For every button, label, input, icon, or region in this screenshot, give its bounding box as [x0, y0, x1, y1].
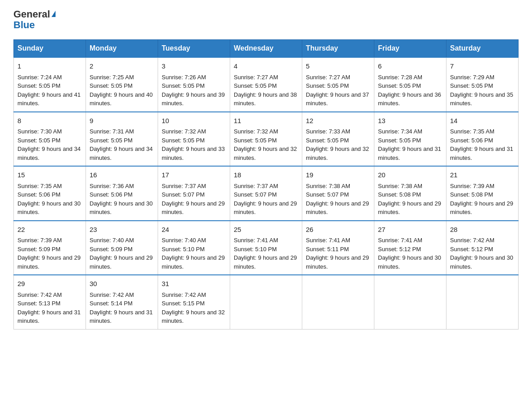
day-number: 9	[90, 116, 154, 126]
calendar-cell: 19Sunrise: 7:38 AMSunset: 5:07 PMDayligh…	[302, 166, 374, 221]
day-number: 20	[378, 170, 442, 180]
weekday-header-tuesday: Tuesday	[158, 40, 230, 58]
day-number: 16	[90, 170, 154, 180]
day-info: Sunrise: 7:40 AMSunset: 5:09 PMDaylight:…	[90, 237, 153, 270]
day-number: 31	[162, 279, 226, 289]
day-number: 6	[378, 61, 442, 72]
calendar-cell: 6Sunrise: 7:28 AMSunset: 5:05 PMDaylight…	[374, 57, 446, 112]
day-number: 4	[234, 61, 298, 72]
day-info: Sunrise: 7:41 AMSunset: 5:12 PMDaylight:…	[378, 237, 441, 270]
calendar-cell: 8Sunrise: 7:30 AMSunset: 5:05 PMDaylight…	[14, 112, 86, 167]
day-info: Sunrise: 7:35 AMSunset: 5:06 PMDaylight:…	[450, 128, 513, 161]
day-info: Sunrise: 7:25 AMSunset: 5:05 PMDaylight:…	[90, 74, 153, 107]
day-number: 17	[162, 170, 226, 180]
day-info: Sunrise: 7:39 AMSunset: 5:08 PMDaylight:…	[450, 183, 513, 216]
calendar-cell: 11Sunrise: 7:32 AMSunset: 5:05 PMDayligh…	[230, 112, 302, 167]
calendar-cell: 26Sunrise: 7:41 AMSunset: 5:11 PMDayligh…	[302, 221, 374, 275]
logo: General Blue	[13, 9, 56, 30]
weekday-header-row: SundayMondayTuesdayWednesdayThursdayFrid…	[14, 40, 519, 58]
day-number: 18	[234, 170, 298, 180]
day-info: Sunrise: 7:33 AMSunset: 5:05 PMDaylight:…	[306, 128, 369, 161]
day-number: 29	[17, 279, 82, 289]
day-info: Sunrise: 7:42 AMSunset: 5:14 PMDaylight:…	[90, 291, 153, 325]
weekday-header-thursday: Thursday	[302, 40, 374, 58]
day-info: Sunrise: 7:24 AMSunset: 5:05 PMDaylight:…	[17, 74, 81, 107]
calendar-cell: 28Sunrise: 7:42 AMSunset: 5:12 PMDayligh…	[446, 221, 519, 275]
calendar-cell: 16Sunrise: 7:36 AMSunset: 5:06 PMDayligh…	[86, 166, 158, 221]
day-number: 19	[306, 170, 370, 180]
calendar-cell: 18Sunrise: 7:37 AMSunset: 5:07 PMDayligh…	[230, 166, 302, 221]
day-info: Sunrise: 7:41 AMSunset: 5:11 PMDaylight:…	[306, 237, 369, 270]
calendar-cell: 10Sunrise: 7:32 AMSunset: 5:05 PMDayligh…	[158, 112, 230, 167]
day-info: Sunrise: 7:29 AMSunset: 5:05 PMDaylight:…	[450, 74, 513, 107]
day-info: Sunrise: 7:34 AMSunset: 5:05 PMDaylight:…	[378, 128, 441, 161]
day-info: Sunrise: 7:32 AMSunset: 5:05 PMDaylight:…	[162, 128, 225, 161]
calendar-cell: 31Sunrise: 7:42 AMSunset: 5:15 PMDayligh…	[158, 275, 230, 329]
weekday-header-friday: Friday	[374, 40, 446, 58]
day-number: 28	[450, 225, 515, 235]
day-info: Sunrise: 7:38 AMSunset: 5:08 PMDaylight:…	[378, 183, 441, 216]
day-number: 2	[90, 61, 154, 72]
calendar-cell: 24Sunrise: 7:40 AMSunset: 5:10 PMDayligh…	[158, 221, 230, 275]
calendar-cell: 30Sunrise: 7:42 AMSunset: 5:14 PMDayligh…	[86, 275, 158, 329]
calendar-cell: 25Sunrise: 7:41 AMSunset: 5:10 PMDayligh…	[230, 221, 302, 275]
calendar-cell: 29Sunrise: 7:42 AMSunset: 5:13 PMDayligh…	[14, 275, 86, 329]
calendar-week-row: 15Sunrise: 7:35 AMSunset: 5:06 PMDayligh…	[14, 166, 519, 221]
day-number: 7	[450, 61, 515, 72]
day-info: Sunrise: 7:37 AMSunset: 5:07 PMDaylight:…	[162, 183, 225, 216]
day-info: Sunrise: 7:39 AMSunset: 5:09 PMDaylight:…	[17, 237, 81, 270]
calendar-week-row: 1Sunrise: 7:24 AMSunset: 5:05 PMDaylight…	[14, 57, 519, 112]
calendar-cell: 4Sunrise: 7:27 AMSunset: 5:05 PMDaylight…	[230, 57, 302, 112]
page-header: General Blue	[13, 9, 519, 30]
calendar-cell: 3Sunrise: 7:26 AMSunset: 5:05 PMDaylight…	[158, 57, 230, 112]
day-number: 13	[378, 116, 442, 126]
calendar-cell: 17Sunrise: 7:37 AMSunset: 5:07 PMDayligh…	[158, 166, 230, 221]
day-info: Sunrise: 7:26 AMSunset: 5:05 PMDaylight:…	[162, 74, 225, 107]
calendar-header: SundayMondayTuesdayWednesdayThursdayFrid…	[14, 40, 519, 58]
calendar-cell: 22Sunrise: 7:39 AMSunset: 5:09 PMDayligh…	[14, 221, 86, 275]
calendar-cell	[374, 275, 446, 329]
day-number: 15	[17, 170, 82, 180]
logo-triangle-icon	[51, 11, 56, 17]
day-number: 12	[306, 116, 370, 126]
day-info: Sunrise: 7:41 AMSunset: 5:10 PMDaylight:…	[234, 237, 297, 270]
calendar-cell: 5Sunrise: 7:27 AMSunset: 5:05 PMDaylight…	[302, 57, 374, 112]
day-number: 14	[450, 116, 515, 126]
day-info: Sunrise: 7:36 AMSunset: 5:06 PMDaylight:…	[90, 183, 153, 216]
calendar-cell: 9Sunrise: 7:31 AMSunset: 5:05 PMDaylight…	[86, 112, 158, 167]
calendar-cell: 12Sunrise: 7:33 AMSunset: 5:05 PMDayligh…	[302, 112, 374, 167]
day-number: 3	[162, 61, 226, 72]
day-info: Sunrise: 7:31 AMSunset: 5:05 PMDaylight:…	[90, 128, 153, 161]
calendar-cell	[302, 275, 374, 329]
day-number: 26	[306, 225, 370, 235]
day-info: Sunrise: 7:42 AMSunset: 5:12 PMDaylight:…	[450, 237, 513, 270]
calendar-cell: 21Sunrise: 7:39 AMSunset: 5:08 PMDayligh…	[446, 166, 519, 221]
day-info: Sunrise: 7:28 AMSunset: 5:05 PMDaylight:…	[378, 74, 441, 107]
day-number: 1	[17, 61, 82, 72]
day-number: 22	[17, 225, 82, 235]
calendar-cell	[230, 275, 302, 329]
logo-blue-text: Blue	[13, 20, 56, 30]
calendar-cell: 15Sunrise: 7:35 AMSunset: 5:06 PMDayligh…	[14, 166, 86, 221]
day-info: Sunrise: 7:27 AMSunset: 5:05 PMDaylight:…	[234, 74, 297, 107]
calendar-cell	[446, 275, 519, 329]
day-number: 24	[162, 225, 226, 235]
weekday-header-wednesday: Wednesday	[230, 40, 302, 58]
day-number: 8	[17, 116, 82, 126]
day-info: Sunrise: 7:37 AMSunset: 5:07 PMDaylight:…	[234, 183, 297, 216]
weekday-header-monday: Monday	[86, 40, 158, 58]
day-info: Sunrise: 7:42 AMSunset: 5:15 PMDaylight:…	[162, 291, 225, 325]
day-number: 11	[234, 116, 298, 126]
calendar-cell: 20Sunrise: 7:38 AMSunset: 5:08 PMDayligh…	[374, 166, 446, 221]
calendar-week-row: 29Sunrise: 7:42 AMSunset: 5:13 PMDayligh…	[14, 275, 519, 329]
calendar-cell: 14Sunrise: 7:35 AMSunset: 5:06 PMDayligh…	[446, 112, 519, 167]
calendar-cell: 23Sunrise: 7:40 AMSunset: 5:09 PMDayligh…	[86, 221, 158, 275]
calendar-cell: 27Sunrise: 7:41 AMSunset: 5:12 PMDayligh…	[374, 221, 446, 275]
day-info: Sunrise: 7:30 AMSunset: 5:05 PMDaylight:…	[17, 128, 81, 161]
logo-general-text: General	[13, 9, 56, 20]
day-number: 10	[162, 116, 226, 126]
day-number: 25	[234, 225, 298, 235]
day-info: Sunrise: 7:42 AMSunset: 5:13 PMDaylight:…	[17, 291, 81, 325]
day-info: Sunrise: 7:40 AMSunset: 5:10 PMDaylight:…	[162, 237, 225, 270]
day-number: 27	[378, 225, 442, 235]
